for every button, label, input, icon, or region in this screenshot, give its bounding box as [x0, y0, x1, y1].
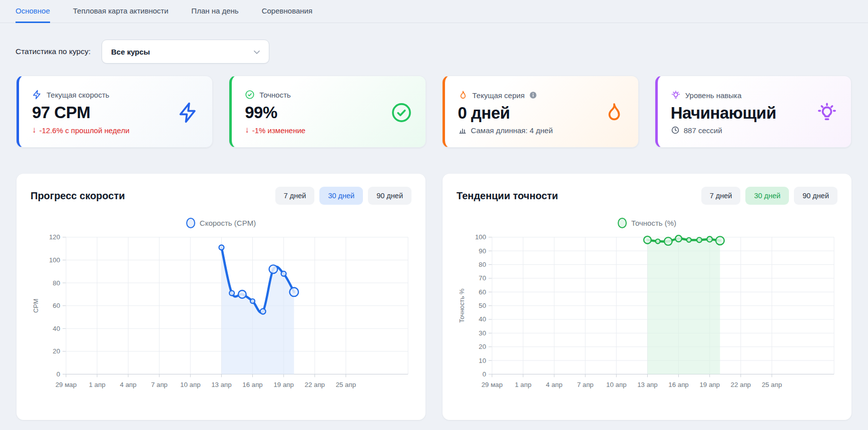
legend-label: Скорость (CPM)	[200, 219, 256, 227]
range-7-days-button[interactable]: 7 дней	[275, 187, 315, 205]
svg-text:100: 100	[49, 256, 60, 264]
course-filter-label: Статистика по курсу:	[16, 47, 91, 56]
svg-text:70: 70	[479, 274, 486, 282]
chart-title: Прогресс скорости	[31, 190, 125, 202]
stat-card-current-streak: Текущая серия 0 дней Самая длинная: 4 дн…	[443, 76, 639, 148]
svg-text:13 апр: 13 апр	[211, 381, 231, 388]
bolt-icon	[32, 90, 42, 100]
svg-text:20: 20	[53, 347, 60, 355]
svg-text:22 апр: 22 апр	[731, 381, 751, 388]
svg-text:1 апр: 1 апр	[515, 381, 531, 388]
svg-text:13 апр: 13 апр	[637, 381, 657, 388]
svg-text:1 апр: 1 апр	[89, 381, 105, 388]
bulb-icon-large	[816, 102, 838, 124]
svg-text:19 апр: 19 апр	[273, 381, 293, 388]
accuracy-line-chart: 010203040506070809010029 мар1 апр4 апр7 …	[457, 232, 837, 396]
range-30-days-button[interactable]: 30 дней	[319, 187, 363, 205]
svg-text:80: 80	[479, 261, 486, 268]
svg-text:29 мар: 29 мар	[482, 381, 503, 388]
tab-main[interactable]: Основное	[16, 0, 50, 23]
stat-delta-text: -12.6% с прошлой недели	[40, 126, 130, 135]
tab-day-plan[interactable]: План на день	[191, 0, 238, 23]
svg-text:16 апр: 16 апр	[668, 381, 688, 388]
svg-text:60: 60	[479, 288, 486, 296]
range-7-days-button[interactable]: 7 дней	[701, 187, 741, 205]
svg-text:10 апр: 10 апр	[180, 381, 200, 388]
stat-sub: 887 сессий	[671, 126, 776, 135]
svg-text:80: 80	[53, 279, 60, 287]
charts-row: Прогресс скорости 7 дней 30 дней 90 дней…	[17, 174, 851, 420]
svg-text:Точность %: Точность %	[458, 289, 466, 323]
range-90-days-button[interactable]: 90 дней	[794, 187, 837, 205]
stat-card-accuracy: Точность 99% ↓ -1% изменение	[229, 76, 425, 148]
bulb-icon	[671, 90, 681, 100]
svg-text:7 апр: 7 апр	[151, 381, 168, 388]
svg-text:60: 60	[53, 302, 60, 309]
accuracy-trends-chart-card: Тенденции точности 7 дней 30 дней 90 дне…	[443, 174, 851, 420]
stat-value: 0 дней	[458, 104, 553, 123]
bolt-icon-large	[177, 102, 199, 124]
flame-icon	[458, 90, 468, 100]
svg-text:19 апр: 19 апр	[699, 381, 719, 388]
stat-sub: Самая длинная: 4 дней	[458, 126, 553, 135]
tab-activity-heatmap[interactable]: Тепловая карта активности	[73, 0, 169, 23]
svg-text:50: 50	[479, 302, 486, 309]
svg-text:4 апр: 4 апр	[120, 381, 137, 388]
stat-sub-text: Самая длинная: 4 дней	[471, 126, 553, 135]
chart-legend[interactable]: Скорость (CPM)	[31, 218, 411, 228]
clock-icon	[671, 126, 680, 135]
svg-text:30: 30	[479, 329, 486, 337]
legend-marker-icon	[186, 218, 195, 228]
svg-text:16 апр: 16 апр	[242, 381, 262, 388]
svg-text:25 апр: 25 апр	[762, 381, 782, 388]
svg-text:40: 40	[53, 325, 60, 332]
stat-delta: ↓ -1% изменение	[245, 125, 305, 135]
range-buttons: 7 дней 30 дней 90 дней	[275, 187, 411, 205]
svg-text:40: 40	[479, 315, 486, 323]
course-filter-row: Статистика по курсу: Все курсы	[16, 40, 852, 64]
arrow-down-icon: ↓	[245, 125, 249, 135]
svg-text:25 апр: 25 апр	[336, 381, 356, 388]
svg-text:7 апр: 7 апр	[577, 381, 594, 388]
tab-bar: Основное Тепловая карта активности План …	[0, 0, 868, 23]
stat-label: Точность	[259, 91, 291, 99]
info-icon[interactable]	[529, 91, 537, 99]
svg-text:0: 0	[483, 370, 486, 378]
svg-text:100: 100	[475, 233, 486, 241]
bar-chart-icon	[458, 126, 467, 135]
stat-value: Начинающий	[671, 104, 776, 123]
svg-text:90: 90	[479, 247, 486, 255]
svg-text:22 апр: 22 апр	[305, 381, 325, 388]
stat-label: Текущая серия	[473, 91, 525, 100]
svg-text:20: 20	[479, 343, 486, 350]
speed-progress-chart-card: Прогресс скорости 7 дней 30 дней 90 дней…	[17, 174, 425, 420]
stat-sub-text: 887 сессий	[684, 126, 722, 135]
svg-text:CPM: CPM	[32, 298, 40, 312]
legend-label: Точность (%)	[631, 219, 676, 227]
course-select[interactable]: Все курсы	[102, 40, 269, 64]
check-circle-icon-large	[390, 102, 412, 124]
stat-value: 99%	[245, 103, 305, 122]
legend-marker-icon	[618, 218, 627, 228]
svg-text:29 мар: 29 мар	[56, 381, 77, 388]
stat-label: Текущая скорость	[47, 91, 109, 99]
chart-legend[interactable]: Точность (%)	[457, 218, 837, 228]
range-90-days-button[interactable]: 90 дней	[368, 187, 411, 205]
flame-icon-large	[603, 102, 625, 124]
range-buttons: 7 дней 30 дней 90 дней	[701, 187, 837, 205]
svg-text:4 апр: 4 апр	[546, 381, 563, 388]
stat-label: Уровень навыка	[685, 91, 742, 100]
svg-text:120: 120	[49, 233, 60, 241]
stat-card-current-speed: Текущая скорость 97 CPM ↓ -12.6% с прошл…	[17, 76, 213, 148]
chevron-down-icon	[252, 47, 262, 57]
stat-card-skill-level: Уровень навыка Начинающий 887 сессий	[655, 76, 851, 148]
stat-delta: ↓ -12.6% с прошлой недели	[32, 125, 130, 135]
range-30-days-button[interactable]: 30 дней	[745, 187, 789, 205]
chart-title: Тенденции точности	[457, 190, 558, 202]
check-circle-icon	[245, 90, 255, 100]
tab-competitions[interactable]: Соревнования	[262, 0, 312, 23]
course-select-value: Все курсы	[111, 48, 150, 56]
speed-line-chart: 02040608010012029 мар1 апр4 апр7 апр10 а…	[31, 232, 411, 396]
stat-cards-row: Текущая скорость 97 CPM ↓ -12.6% с прошл…	[17, 76, 851, 148]
arrow-down-icon: ↓	[32, 125, 37, 135]
